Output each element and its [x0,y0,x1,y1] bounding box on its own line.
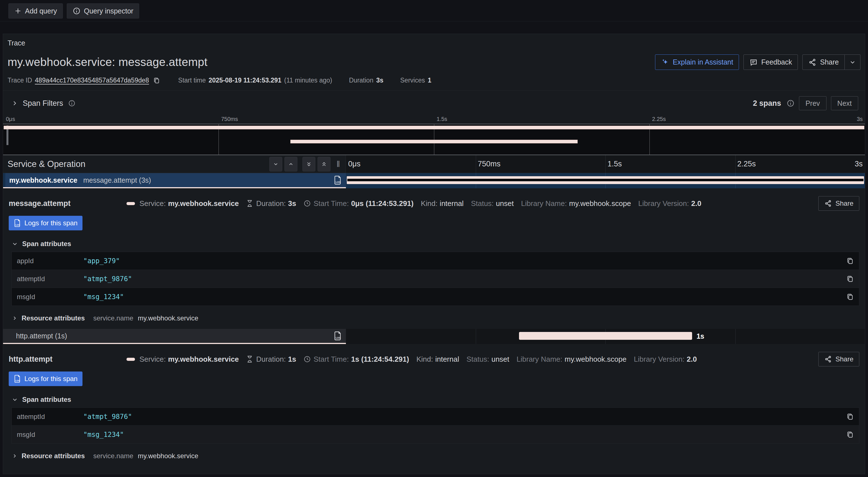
span-attributes-table: attemptId "atmpt_9876" msgId "msg_1234" [11,408,859,444]
copy-trace-id-icon[interactable] [152,77,161,84]
resource-attributes-toggle[interactable]: Resource attributes service.name my.webh… [12,452,859,460]
span-logs-icon[interactable]: LOG [334,331,342,340]
resource-attributes-label: Resource attributes [22,452,85,460]
clock-icon [304,200,311,207]
feedback-button[interactable]: Feedback [743,54,798,70]
svg-text:LOG: LOG [16,223,20,226]
collapse-one-button[interactable] [269,157,282,172]
span-attributes-table: appId "app_379" attemptId "atmpt_9876" m… [11,252,859,306]
tick-1-5s: 1.5s [436,116,447,122]
kind-label: Kind: [421,199,437,208]
span-filters-label: Span Filters [23,99,63,108]
copy-attribute-icon[interactable] [845,257,855,265]
span-share-button[interactable]: Share [818,352,859,366]
add-query-label: Add query [25,7,57,15]
timeline-gridline [476,329,476,344]
tl-tick-0us: 0μs [348,160,361,168]
span-bar-http-attempt[interactable] [519,332,692,340]
collapse-all-button[interactable] [303,157,315,172]
info-circle-icon[interactable] [68,99,75,107]
timeline-gridline [476,155,476,173]
attribute-key: attemptId [12,275,83,283]
attribute-key: appId [12,257,83,265]
timeline-header: 0μs 750ms 1.5s 2.25s 3s [346,155,865,173]
library-version-value: 2.0 [691,199,701,208]
tl-tick-1-5s: 1.5s [608,160,622,168]
log-document-icon: LOG [14,375,21,383]
expand-one-button[interactable] [284,157,298,172]
duration-label: Duration: [256,355,286,364]
prev-span-button[interactable]: Prev [799,96,826,110]
explain-in-assistant-button[interactable]: Explain in Assistant [655,54,739,70]
span-operation-name: http.attempt (1s) [16,332,67,340]
detail-span-name: http.attempt [9,355,126,364]
service-value: my.webhook.service [168,199,239,208]
status-value: unset [492,355,509,364]
query-inspector-label: Query inspector [84,7,133,15]
next-span-button[interactable]: Next [831,96,858,110]
trace-title: my.webhook.service: message.attempt [7,56,208,69]
service-color-swatch [126,202,135,205]
minimap-span-child [290,140,578,143]
copy-attribute-icon[interactable] [845,413,855,421]
detail-span-name: message.attempt [9,199,126,208]
library-name-label: Library Name: [517,355,562,364]
attribute-row: appId "app_379" [12,252,859,270]
status-label: Status: [467,355,489,364]
share-button[interactable]: Share [802,54,845,70]
copy-attribute-icon[interactable] [845,275,855,283]
copy-attribute-icon[interactable] [845,431,855,439]
info-circle-icon [73,7,81,15]
share-icon [824,200,832,207]
status-label: Status: [471,199,494,208]
span-row-http-attempt[interactable]: http.attempt (1s) LOG 1s [3,329,865,344]
attribute-key: attemptId [12,413,83,421]
span-detail-message-attempt: message.attempt Service:my.webhook.servi… [3,188,865,329]
resource-value: my.webhook.service [138,314,198,322]
svg-text:LOG: LOG [16,379,20,382]
trace-id-value[interactable]: 489a44cc170e83454857a5647da59de8 [35,77,149,84]
share-dropdown-caret[interactable] [845,54,861,70]
chevron-right-icon [11,100,18,106]
hourglass-icon [246,200,253,207]
info-circle-icon[interactable] [787,99,795,107]
span-name-cell[interactable]: http.attempt (1s) LOG [3,329,346,344]
span-filters-toggle[interactable]: Span Filters [11,99,75,108]
span-bar-message-attempt[interactable] [347,176,864,184]
logs-for-span-button[interactable]: LOG Logs for this span [9,371,83,386]
span-attributes-toggle[interactable]: Span attributes [12,396,859,404]
start-time-label: Start time [178,77,206,84]
attribute-row: msgId "msg_1234" [12,288,859,306]
duration-value: 3s [288,199,296,208]
span-share-button[interactable]: Share [818,196,859,211]
span-name-cell[interactable]: my.webhook.service message.attempt (3s) … [3,173,346,188]
span-timeline-cell[interactable] [346,173,865,188]
tick-3s: 3s [857,116,863,122]
library-version-label: Library Version: [634,355,684,364]
add-query-button[interactable]: Add query [8,3,63,19]
span-operation-name: message.attempt (3s) [83,176,151,184]
tl-tick-3s: 3s [855,160,863,168]
attribute-value: "atmpt_9876" [83,275,845,283]
span-count: 2 spans [753,99,781,108]
start-time-value: 2025-08-19 11:24:53.291 [209,77,282,84]
kind-label: Kind: [416,355,433,364]
span-timeline-cell[interactable]: 1s [346,329,865,344]
expand-all-button[interactable] [317,157,331,172]
trace-minimap[interactable] [3,124,865,155]
query-inspector-button[interactable]: Query inspector [67,3,139,19]
attribute-row: attemptId "atmpt_9876" [12,408,859,426]
span-logs-icon[interactable]: LOG [334,175,342,185]
trace-id-label: Trace ID [7,77,32,84]
trace-panel: Trace my.webhook.service: message.attemp… [3,34,865,474]
span-attributes-toggle[interactable]: Span attributes [12,240,859,248]
copy-attribute-icon[interactable] [845,293,855,301]
span-row-message-attempt[interactable]: my.webhook.service message.attempt (3s) … [3,173,865,188]
svg-text:LOG: LOG [336,181,341,183]
service-label: Service: [140,199,166,208]
span-share-label: Share [835,355,854,363]
column-resize-handle[interactable]: ‖ [333,159,343,169]
logs-for-span-button[interactable]: LOG Logs for this span [9,216,83,230]
resource-key: service.name [93,452,133,460]
resource-attributes-toggle[interactable]: Resource attributes service.name my.webh… [12,314,859,322]
